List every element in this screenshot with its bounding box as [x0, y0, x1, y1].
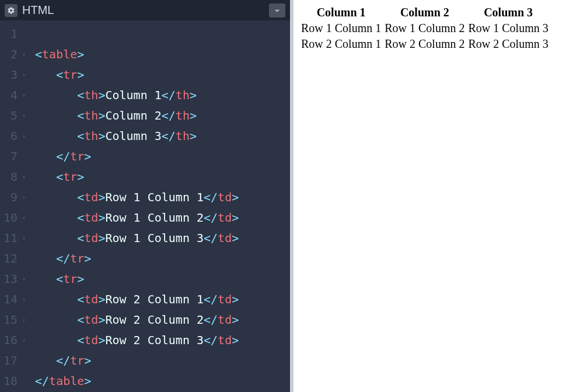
table-cell: Row 1 Column 1	[299, 20, 383, 36]
fold-icon[interactable]: ▾	[20, 330, 26, 351]
code-line[interactable]: <td>Row 2 Column 1</td>	[35, 289, 290, 310]
line-number: 3▾	[0, 65, 29, 85]
code-line[interactable]: </tr>	[35, 146, 290, 167]
table-cell: Row 1 Column 2	[383, 20, 466, 36]
code-line[interactable]: <td>Row 1 Column 1</td>	[35, 187, 290, 208]
table-header-row: Column 1 Column 2 Column 3	[299, 5, 550, 20]
collapse-button[interactable]	[269, 4, 285, 18]
fold-icon[interactable]: ▾	[20, 228, 26, 249]
preview-table: Column 1 Column 2 Column 3 Row 1 Column …	[299, 5, 550, 52]
code-lines[interactable]: <table> <tr> <th>Column 1</th> <th>Colum…	[29, 24, 290, 392]
fold-icon[interactable]: ▾	[20, 289, 26, 310]
table-row: Row 2 Column 1 Row 2 Column 2 Row 2 Colu…	[299, 36, 550, 52]
code-line[interactable]: </tr>	[35, 351, 290, 371]
code-line[interactable]: <td>Row 1 Column 2</td>	[35, 208, 290, 228]
code-line[interactable]	[35, 24, 290, 44]
table-header-cell: Column 2	[383, 5, 466, 20]
fold-icon[interactable]: ▾	[20, 126, 26, 146]
line-number: 7	[0, 146, 29, 167]
line-number: 6▾	[0, 126, 29, 146]
editor-pane: HTML 12▾3▾4▾5▾6▾78▾9▾10▾11▾1213▾14▾15▾16…	[0, 0, 290, 392]
fold-icon[interactable]: ▾	[20, 65, 26, 85]
line-number: 4▾	[0, 85, 29, 106]
code-line[interactable]: <td>Row 1 Column 3</td>	[35, 228, 290, 249]
line-number: 12	[0, 249, 29, 269]
fold-icon[interactable]: ▾	[20, 269, 26, 289]
code-line[interactable]: <th>Column 1</th>	[35, 85, 290, 106]
code-line[interactable]: <th>Column 3</th>	[35, 126, 290, 146]
table-cell: Row 1 Column 3	[467, 20, 550, 36]
table-header-cell: Column 3	[467, 5, 550, 20]
gutter: 12▾3▾4▾5▾6▾78▾9▾10▾11▾1213▾14▾15▾16▾1718	[0, 24, 29, 392]
table-header-cell: Column 1	[299, 5, 383, 20]
fold-icon[interactable]: ▾	[20, 85, 26, 106]
line-number: 2▾	[0, 44, 29, 65]
table-cell: Row 2 Column 3	[467, 36, 550, 52]
line-number: 13▾	[0, 269, 29, 289]
code-line[interactable]: <td>Row 2 Column 2</td>	[35, 310, 290, 330]
line-number: 14▾	[0, 289, 29, 310]
fold-icon[interactable]: ▾	[20, 44, 26, 65]
line-number: 10▾	[0, 208, 29, 228]
code-line[interactable]: <th>Column 2</th>	[35, 106, 290, 126]
editor-title: HTML	[22, 4, 264, 17]
line-number: 17	[0, 351, 29, 371]
editor-header: HTML	[0, 0, 290, 20]
fold-icon[interactable]: ▾	[20, 208, 26, 228]
code-area[interactable]: 12▾3▾4▾5▾6▾78▾9▾10▾11▾1213▾14▾15▾16▾1718…	[0, 20, 290, 392]
line-number: 1	[0, 24, 29, 44]
code-line[interactable]: </table>	[35, 371, 290, 391]
line-number: 11▾	[0, 228, 29, 249]
line-number: 9▾	[0, 187, 29, 208]
line-number: 16▾	[0, 330, 29, 351]
line-number: 8▾	[0, 167, 29, 187]
fold-icon[interactable]: ▾	[20, 167, 26, 187]
line-number: 15▾	[0, 310, 29, 330]
code-line[interactable]: <tr>	[35, 269, 290, 289]
code-line[interactable]: <td>Row 2 Column 3</td>	[35, 330, 290, 351]
line-number: 18	[0, 371, 29, 391]
table-cell: Row 2 Column 2	[383, 36, 466, 52]
code-line[interactable]: <table>	[35, 44, 290, 65]
preview-pane: Column 1 Column 2 Column 3 Row 1 Column …	[290, 0, 566, 392]
code-line[interactable]: </tr>	[35, 249, 290, 269]
fold-icon[interactable]: ▾	[20, 187, 26, 208]
gear-icon[interactable]	[5, 4, 18, 17]
code-line[interactable]: <tr>	[35, 65, 290, 85]
line-number: 5▾	[0, 106, 29, 126]
table-row: Row 1 Column 1 Row 1 Column 2 Row 1 Colu…	[299, 20, 550, 36]
table-cell: Row 2 Column 1	[299, 36, 383, 52]
fold-icon[interactable]: ▾	[20, 106, 26, 126]
code-line[interactable]: <tr>	[35, 167, 290, 187]
fold-icon[interactable]: ▾	[20, 310, 26, 330]
